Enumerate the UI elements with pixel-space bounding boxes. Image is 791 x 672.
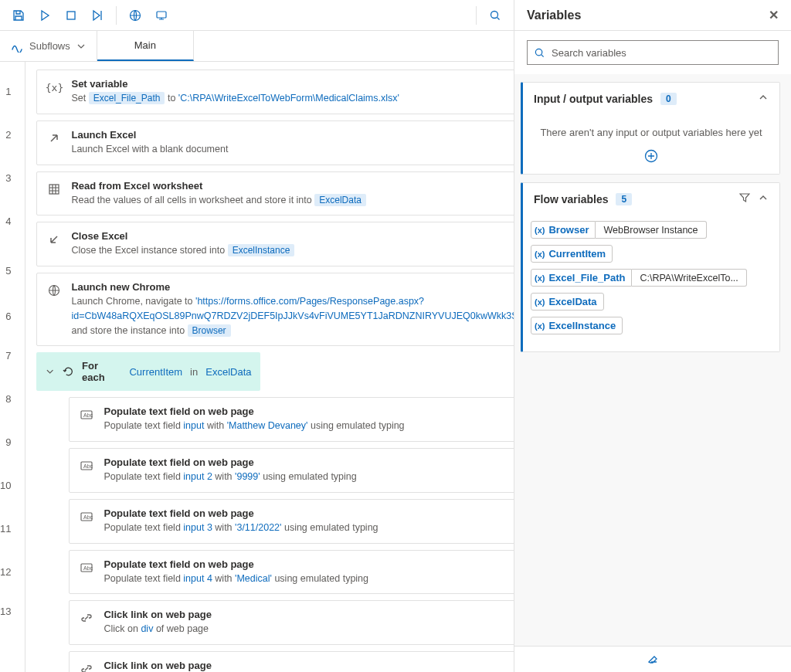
variable-token: Browser [188, 324, 231, 337]
variable-badge[interactable]: (x)ExcelData [531, 293, 604, 311]
step-number: 9 [0, 420, 25, 463]
tab-main[interactable]: Main [97, 31, 194, 61]
step-close-excel[interactable]: Close Excel Close the Excel instance sto… [36, 222, 514, 266]
step-title: Click link on web page [104, 609, 514, 620]
variable-badge[interactable]: (x)ExcelInstance [531, 317, 623, 334]
step-title: Read from Excel worksheet [71, 180, 514, 192]
variable-value: WebBrowser Instance [596, 221, 706, 239]
step-title: Populate text field on web page [104, 507, 514, 519]
io-variables-section: Input / output variables 0 There aren't … [521, 82, 780, 175]
subflows-dropdown[interactable]: Subflows [0, 31, 97, 61]
text-field-icon: Abc [79, 560, 94, 575]
variable-type-icon: (x) [535, 273, 545, 283]
step-title: Populate text field on web page [104, 456, 514, 468]
variable-badge[interactable]: (x)CurrentItem [531, 245, 613, 263]
step-launch-chrome[interactable]: Launch new Chrome Launch Chrome, navigat… [36, 273, 514, 346]
variables-search [514, 31, 791, 74]
step-foreach[interactable]: For each CurrentItem in ExcelData [36, 352, 260, 391]
svg-text:Abc: Abc [83, 412, 93, 418]
search-input-wrapper[interactable] [527, 40, 779, 65]
variable-badge[interactable]: (x)Browser [531, 221, 596, 239]
chevron-down-icon[interactable] [46, 367, 54, 376]
flow-variable-row[interactable]: (x)Excel_File_PathC:\RPA\WriteExcelTo... [531, 269, 772, 287]
variable-name: ExcelData [548, 296, 596, 307]
step-title: Populate text field on web page [104, 406, 514, 417]
save-button[interactable] [8, 5, 29, 26]
chevron-up-icon[interactable] [758, 192, 769, 205]
flow-title: Flow variables [534, 193, 608, 205]
variable-badge[interactable]: (x)Excel_File_Path [531, 269, 632, 287]
step-populate-field[interactable]: Abc Populate text field on web page Popu… [69, 448, 514, 493]
svg-rect-0 [67, 12, 75, 19]
toolbar-separator [116, 6, 117, 25]
step-number: 12 [0, 550, 25, 593]
filter-icon[interactable] [739, 192, 750, 205]
text-field-icon: Abc [79, 509, 94, 524]
io-count: 0 [660, 93, 677, 105]
close-icon [46, 232, 62, 247]
step-title: Populate text field on web page [104, 558, 514, 570]
step-click-link[interactable]: Click link on web page Click on div of w… [69, 600, 514, 645]
variable-name: CurrentItem [548, 248, 606, 260]
flow-variable-row[interactable]: (x)CurrentItem [531, 245, 772, 263]
step-description: Populate text field input with 'Matthew … [104, 419, 514, 433]
eraser-icon[interactable] [647, 652, 659, 667]
variable-icon: {x} [46, 80, 62, 95]
svg-rect-2 [157, 12, 166, 18]
step-number: 11 [0, 507, 25, 550]
globe-icon [46, 283, 62, 298]
search-button[interactable] [484, 5, 506, 26]
add-variable-button[interactable] [523, 144, 779, 174]
step-number: 10 [0, 463, 25, 507]
web-recorder-button[interactable] [124, 5, 146, 26]
step-description: Close the Excel instance stored into Exc… [71, 243, 514, 258]
step-populate-field[interactable]: Abc Populate text field on web page Popu… [69, 397, 514, 442]
step-read-excel[interactable]: Read from Excel worksheet Read the value… [36, 171, 514, 216]
flow-variable-row[interactable]: (x)ExcelData [531, 293, 772, 311]
io-empty-message: There aren't any input or output variabl… [523, 114, 779, 144]
step-description: Set Excel_File_Path to 'C:\RPA\WriteExce… [71, 91, 514, 106]
chevron-up-icon[interactable] [758, 92, 769, 105]
step-number: 8 [0, 377, 25, 420]
variables-title: Variables [527, 8, 581, 22]
variable-value: C:\RPA\WriteExcelTo... [632, 269, 746, 287]
step-populate-field[interactable]: Abc Populate text field on web page Popu… [69, 550, 514, 595]
step-click-link[interactable]: Click link on web page Click on a of web… [69, 651, 514, 672]
step-populate-field[interactable]: Abc Populate text field on web page Popu… [69, 499, 514, 544]
io-variables-header[interactable]: Input / output variables 0 [523, 83, 779, 114]
svg-text:Abc: Abc [83, 463, 93, 469]
close-icon[interactable]: ✕ [769, 8, 779, 22]
flow-variables-header[interactable]: Flow variables 5 [523, 183, 779, 215]
stop-button[interactable] [60, 5, 82, 26]
text-field-icon: Abc [79, 458, 94, 473]
foreach-label: For each [82, 360, 121, 383]
loop-icon [63, 365, 74, 378]
io-title: Input / output variables [534, 93, 653, 105]
run-button[interactable] [34, 5, 56, 26]
chevron-down-icon [76, 42, 86, 51]
flow-variable-row[interactable]: (x)ExcelInstance [531, 317, 772, 334]
step-button[interactable] [87, 5, 108, 26]
link-icon [79, 610, 94, 626]
svg-point-17 [535, 49, 541, 55]
designer-pane: Subflows Main 1 2 3 4 5 6 7 8 9 10 11 12… [0, 0, 514, 672]
variable-name: Excel_File_Path [548, 272, 625, 283]
step-number: 2 [0, 113, 25, 156]
step-description: Read the values of all cells in workshee… [71, 193, 514, 208]
step-set-variable[interactable]: {x} Set variable Set Excel_File_Path to … [36, 70, 514, 114]
search-input[interactable] [552, 47, 772, 59]
search-icon [534, 47, 545, 59]
variable-type-icon: (x) [535, 249, 545, 259]
step-launch-excel[interactable]: Launch Excel Launch Excel with a blank d… [36, 120, 514, 165]
toolbar-separator [476, 6, 477, 25]
flow-variable-row[interactable]: (x)BrowserWebBrowser Instance [531, 221, 772, 239]
step-number: 5 [0, 243, 25, 298]
step-title: Close Excel [71, 230, 514, 242]
launch-icon [46, 131, 62, 146]
desktop-recorder-button[interactable] [151, 5, 172, 26]
variable-type-icon: (x) [535, 226, 545, 235]
svg-text:Abc: Abc [83, 514, 93, 520]
step-description: Populate text field input 2 with '9999' … [104, 470, 514, 484]
text-field-icon: Abc [79, 407, 94, 423]
toolbar [0, 0, 514, 31]
